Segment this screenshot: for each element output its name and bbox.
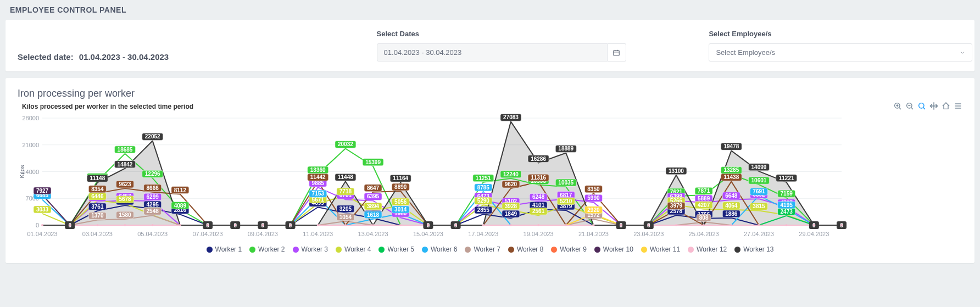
svg-text:4089: 4089 xyxy=(174,203,187,209)
svg-text:4207: 4207 xyxy=(698,202,710,208)
svg-text:8890: 8890 xyxy=(394,184,407,190)
svg-text:21000: 21000 xyxy=(22,142,39,148)
menu-icon[interactable] xyxy=(954,102,962,110)
svg-point-279 xyxy=(179,224,181,226)
svg-text:6299: 6299 xyxy=(147,194,159,200)
legend-item[interactable]: Worker 2 xyxy=(249,245,285,253)
svg-text:8354: 8354 xyxy=(91,186,104,192)
svg-point-293 xyxy=(565,224,567,226)
svg-text:19.04.2023: 19.04.2023 xyxy=(524,231,554,237)
legend-item[interactable]: Worker 12 xyxy=(688,245,727,253)
svg-text:5990: 5990 xyxy=(587,195,600,201)
svg-text:10035: 10035 xyxy=(558,180,573,186)
chart-toolbar xyxy=(893,102,962,110)
svg-point-301 xyxy=(786,224,788,226)
legend-item[interactable]: Worker 5 xyxy=(378,245,414,253)
svg-point-277 xyxy=(124,224,126,226)
svg-text:7691: 7691 xyxy=(753,188,765,194)
svg-text:9623: 9623 xyxy=(119,181,131,187)
svg-text:1886: 1886 xyxy=(725,211,738,217)
legend-item[interactable]: Worker 6 xyxy=(422,245,457,253)
svg-text:11148: 11148 xyxy=(90,175,105,181)
legend-item[interactable]: Worker 8 xyxy=(508,245,543,253)
svg-point-275 xyxy=(69,224,71,226)
svg-line-12 xyxy=(923,108,925,109)
employee-select[interactable]: Select Employee/s xyxy=(709,43,972,62)
selection-zoom-icon[interactable] xyxy=(917,102,926,110)
legend-item[interactable]: Worker 11 xyxy=(641,245,680,253)
svg-text:8666: 8666 xyxy=(147,185,159,191)
svg-text:4101: 4101 xyxy=(532,202,545,208)
svg-text:16286: 16286 xyxy=(531,156,546,162)
svg-text:22052: 22052 xyxy=(145,133,160,139)
legend-item[interactable]: Worker 3 xyxy=(293,245,328,253)
svg-point-285 xyxy=(344,224,347,226)
svg-text:3205: 3205 xyxy=(339,206,352,212)
svg-text:1580: 1580 xyxy=(119,212,131,218)
svg-text:05.04.2023: 05.04.2023 xyxy=(137,231,168,237)
legend-item[interactable]: Worker 7 xyxy=(465,245,500,253)
legend-label: Worker 7 xyxy=(474,245,500,253)
svg-text:11442: 11442 xyxy=(310,174,326,180)
calendar-button[interactable] xyxy=(608,43,626,62)
svg-text:1849: 1849 xyxy=(505,211,517,217)
svg-point-291 xyxy=(510,224,512,226)
svg-point-286 xyxy=(372,224,374,226)
svg-text:8350: 8350 xyxy=(587,186,600,192)
svg-text:11438: 11438 xyxy=(723,174,739,180)
svg-point-299 xyxy=(730,224,732,226)
chart-legend: Worker 1Worker 2Worker 3Worker 4Worker 5… xyxy=(18,245,962,253)
svg-text:15.04.2023: 15.04.2023 xyxy=(413,231,443,237)
svg-point-297 xyxy=(675,224,677,226)
legend-item[interactable]: Worker 13 xyxy=(734,245,773,253)
legend-label: Worker 3 xyxy=(302,245,328,253)
line-chart: 07000140002100028000Kilos01.04.202303.04… xyxy=(18,113,847,242)
svg-text:29.04.2023: 29.04.2023 xyxy=(799,231,829,237)
legend-item[interactable]: Worker 9 xyxy=(551,245,586,253)
legend-item[interactable]: Worker 10 xyxy=(594,245,633,253)
svg-text:12296: 12296 xyxy=(145,171,160,177)
svg-text:9885: 9885 xyxy=(312,180,325,186)
legend-item[interactable]: Worker 1 xyxy=(207,245,242,253)
svg-text:11448: 11448 xyxy=(338,174,353,180)
date-range-input[interactable] xyxy=(377,43,608,62)
legend-item[interactable]: Worker 4 xyxy=(336,245,371,253)
svg-point-295 xyxy=(620,224,622,226)
zoom-out-icon[interactable] xyxy=(905,102,914,110)
svg-text:13.04.2023: 13.04.2023 xyxy=(358,231,388,237)
pan-icon[interactable] xyxy=(929,102,938,110)
svg-text:2548: 2548 xyxy=(147,208,159,214)
svg-point-284 xyxy=(317,224,319,226)
date-field-label: Select Dates xyxy=(377,30,698,38)
svg-text:5210: 5210 xyxy=(560,198,572,204)
svg-text:3979: 3979 xyxy=(670,203,683,209)
legend-dot xyxy=(551,247,557,253)
svg-point-280 xyxy=(207,224,209,226)
svg-point-287 xyxy=(399,224,402,226)
legend-label: Worker 2 xyxy=(258,245,285,253)
svg-text:2561: 2561 xyxy=(532,208,545,214)
svg-point-302 xyxy=(813,224,815,226)
svg-text:5678: 5678 xyxy=(119,196,131,202)
zoom-in-icon[interactable] xyxy=(893,102,902,110)
svg-text:11251: 11251 xyxy=(476,175,491,181)
legend-label: Worker 4 xyxy=(344,245,371,253)
svg-text:808: 808 xyxy=(699,215,709,221)
svg-point-296 xyxy=(648,224,650,226)
reset-icon[interactable] xyxy=(942,102,950,110)
legend-dot xyxy=(688,247,694,253)
svg-text:12240: 12240 xyxy=(503,171,519,177)
svg-text:8112: 8112 xyxy=(174,187,187,193)
svg-text:09.04.2023: 09.04.2023 xyxy=(248,231,278,237)
svg-text:Kilos: Kilos xyxy=(19,165,25,178)
svg-point-282 xyxy=(261,224,264,226)
filters-card: Selected date: 01.04.2023 - 30.04.2023 S… xyxy=(5,20,975,71)
svg-text:6648: 6648 xyxy=(725,193,738,199)
svg-point-283 xyxy=(289,224,292,226)
svg-text:03.04.2023: 03.04.2023 xyxy=(82,231,113,237)
svg-text:15399: 15399 xyxy=(365,159,381,165)
legend-dot xyxy=(508,247,514,253)
svg-text:13100: 13100 xyxy=(669,168,684,174)
svg-text:8647: 8647 xyxy=(367,185,380,191)
legend-dot xyxy=(293,247,299,253)
